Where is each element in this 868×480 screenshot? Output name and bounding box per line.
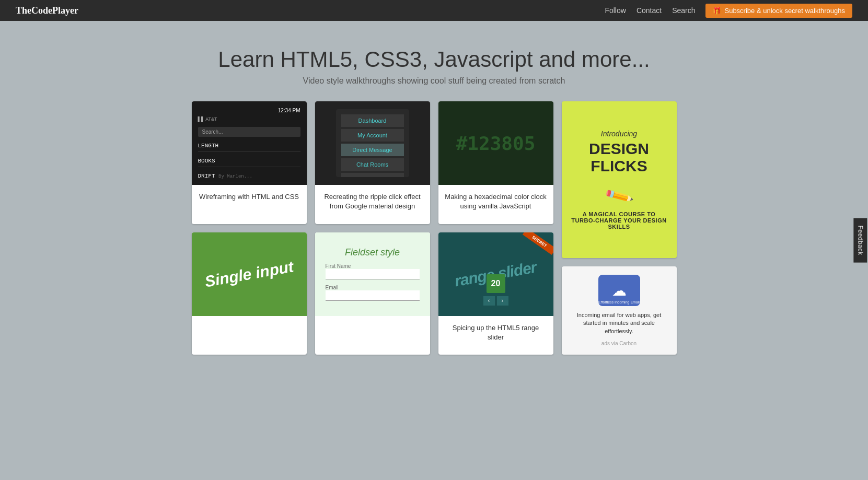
- wand-icon: ✏️: [604, 181, 635, 212]
- cards-grid: 12:34 PM ▌▌ AT&T Search... LENGTH BOOKS …: [178, 101, 690, 376]
- fs-title: Fieldset style: [345, 247, 400, 258]
- thumb-ripple: Dashboard My Account Direct Message Chat…: [315, 101, 430, 185]
- hero-subtitle: Video style walkthroughs showing cool st…: [10, 76, 858, 86]
- wf-status: 12:34 PM: [198, 108, 300, 113]
- nav-search-link[interactable]: Search: [672, 6, 695, 15]
- ad-via: ads via Carbon: [601, 341, 636, 346]
- thumb-range: range slider 20 ‹ › SECRET: [438, 232, 553, 316]
- fs-email-field: Email: [326, 285, 420, 301]
- range-controls: 20 ‹ ›: [483, 274, 508, 306]
- range-arrows: ‹ ›: [483, 296, 508, 306]
- card-range-title: Spicing up the HTML5 range slider: [438, 316, 553, 349]
- card-ad[interactable]: ☁ Effortless Incoming Email Incoming ema…: [562, 266, 677, 355]
- card-range-slider[interactable]: range slider 20 ‹ › SECRET Spicing up th…: [438, 232, 553, 355]
- fs-email-input[interactable]: [326, 290, 420, 301]
- card-design-flicks[interactable]: Introducing DESIGNFLICKS ✏️ A MAGICAL CO…: [562, 101, 677, 258]
- ad-icon: ☁ Effortless Incoming Email: [598, 275, 640, 306]
- ripple-item-dashboard: Dashboard: [341, 114, 404, 127]
- nav-contact-link[interactable]: Contact: [636, 6, 662, 15]
- thumb-hexclock: #123805: [438, 101, 553, 185]
- wf-item-2: BOOKS: [198, 155, 300, 167]
- df-subtitle: A MAGICAL COURSE TO TURBO-CHARGE YOUR DE…: [570, 211, 668, 230]
- range-number: 20: [487, 274, 505, 293]
- df-title: DESIGNFLICKS: [589, 140, 649, 174]
- ad-icon-label: Effortless Incoming Email: [598, 300, 640, 304]
- ripple-menu: Dashboard My Account Direct Message Chat…: [336, 109, 409, 177]
- cloud-icon: ☁: [612, 282, 627, 299]
- thumb-wireframing: 12:34 PM ▌▌ AT&T Search... LENGTH BOOKS …: [192, 101, 307, 185]
- card-fieldset[interactable]: Fieldset style First Name Email: [315, 232, 430, 355]
- card-hexclock-title: Making a hexadecimal color clock using v…: [438, 185, 553, 218]
- df-introducing: Introducing: [601, 130, 637, 138]
- subscribe-button[interactable]: 🎁 Subscribe & unlock secret walkthroughs: [705, 4, 852, 18]
- gift-icon: 🎁: [713, 7, 721, 15]
- ad-description: Incoming email for web apps, get started…: [570, 311, 668, 335]
- feedback-tab[interactable]: Feedback: [854, 218, 867, 262]
- hero-title: Learn HTML5, CSS3, Javascript and more..…: [10, 47, 858, 72]
- fs-firstname-label: First Name: [326, 263, 420, 269]
- secret-ribbon: SECRET: [523, 232, 553, 255]
- col-4-container: Introducing DESIGNFLICKS ✏️ A MAGICAL CO…: [562, 101, 677, 355]
- hero-section: Learn HTML5, CSS3, Javascript and more..…: [0, 21, 868, 101]
- card-ripple[interactable]: Dashboard My Account Direct Message Chat…: [315, 101, 430, 224]
- card-wireframing[interactable]: 12:34 PM ▌▌ AT&T Search... LENGTH BOOKS …: [192, 101, 307, 224]
- wf-item-1: LENGTH: [198, 140, 300, 152]
- ripple-item-dm: Direct Message: [341, 144, 404, 156]
- fs-firstname-input[interactable]: [326, 269, 420, 279]
- card-single-input[interactable]: Single input: [192, 232, 307, 355]
- card-hexclock[interactable]: #123805 Making a hexadecimal color clock…: [438, 101, 553, 224]
- range-arrow-left: ‹: [483, 296, 495, 306]
- wf-search: Search...: [198, 127, 300, 137]
- thumb-fieldset: Fieldset style First Name Email: [315, 232, 430, 316]
- navbar: TheCodePlayer Follow Contact Search 🎁 Su…: [0, 0, 868, 21]
- wf-carrier: ▌▌ AT&T: [198, 116, 300, 122]
- nav-logo[interactable]: TheCodePlayer: [16, 5, 78, 16]
- thumb-single-input: Single input: [192, 232, 307, 316]
- card-wireframing-title: Wireframing with HTML and CSS: [192, 185, 307, 209]
- hex-display: #123805: [456, 133, 536, 154]
- si-text: Single input: [203, 257, 295, 290]
- nav-right: Follow Contact Search 🎁 Subscribe & unlo…: [605, 4, 852, 18]
- fs-email-label: Email: [326, 285, 420, 290]
- nav-follow-link[interactable]: Follow: [605, 6, 626, 15]
- fs-firstname-field: First Name: [326, 263, 420, 279]
- card-ripple-title: Recreating the ripple click effect from …: [315, 185, 430, 218]
- wf-item-3: DRIFT By Marlen...: [198, 170, 300, 182]
- ripple-item-account: My Account: [341, 129, 404, 142]
- range-arrow-right: ›: [497, 296, 508, 306]
- ripple-item-settings: Settings: [341, 173, 404, 177]
- ripple-item-chat: Chat Rooms: [341, 158, 404, 171]
